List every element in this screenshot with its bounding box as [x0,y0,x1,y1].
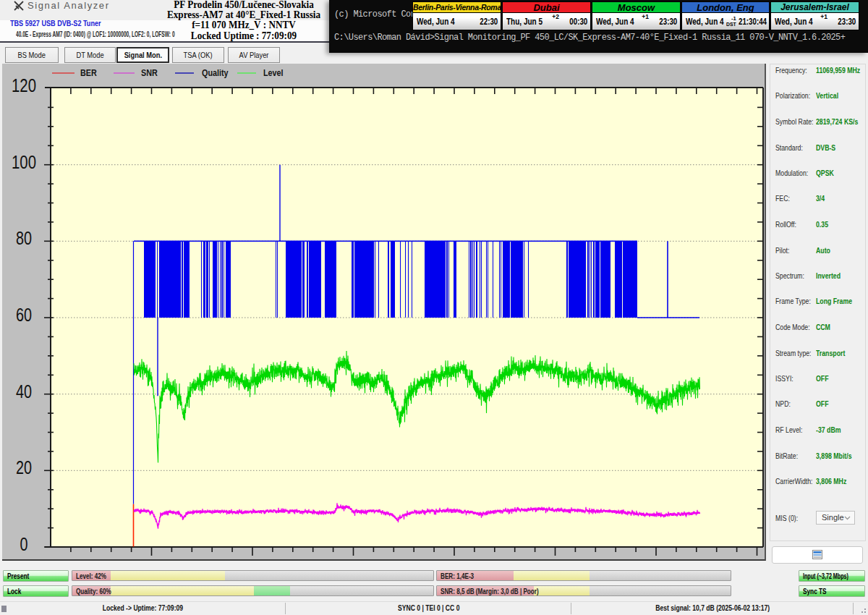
svg-text:40: 40 [16,381,32,402]
svg-text:80: 80 [16,227,32,249]
svg-text:20: 20 [16,457,32,478]
svg-text:60: 60 [16,304,32,326]
svg-text:100: 100 [12,151,36,173]
svg-text:0: 0 [20,533,28,555]
svg-text:120: 120 [12,75,36,96]
